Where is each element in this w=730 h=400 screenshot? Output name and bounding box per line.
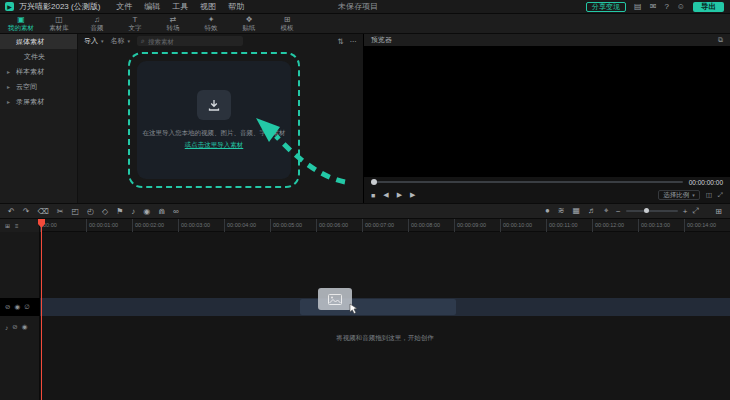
more-icon[interactable]: ⋯ [350,37,358,46]
tab-my-media[interactable]: ▣ 我的素材 [2,14,40,33]
mixer-icon[interactable]: ≋ [558,206,565,216]
crop-icon[interactable]: ◰ [71,207,79,216]
video-track-header: ⊘◉∅ [0,298,40,316]
chevron-down-icon: ▾ [128,38,131,44]
ruler-scale[interactable]: 00:0000:00:01:0000:00:02:0000:00:03:0000… [40,219,730,232]
project-status: 未保存项目 [338,1,378,12]
workspace-icon[interactable]: ▤ [634,2,642,12]
track-view-icon[interactable]: ⊞ [715,207,722,216]
tab-audio[interactable]: ♫ 音频 [78,14,116,33]
audio-sync-icon[interactable]: ♬ [588,206,596,216]
snapshot-icon[interactable]: ◫ [706,191,712,199]
voiceover-icon[interactable]: ♪ [131,207,135,216]
sidebar-item-media[interactable]: 媒体素材 [0,34,77,49]
tab-stickers[interactable]: ❖ 贴纸 [230,14,268,33]
sort-label: 名称 [111,36,125,46]
playhead-line[interactable] [41,219,42,400]
undo-icon[interactable]: ↶ [8,207,15,216]
import-dropzone[interactable]: 在这里导入您本地的视频、图片、音频、字幕素材 或点击这里导入素材 [128,52,300,188]
menu-item[interactable]: 帮助 [228,1,244,12]
media-tree-sidebar: 媒体素材 文件夹 ▸ 样本素材 ▸ 云空间 ▸ 录屏素材 [0,34,78,203]
export-button[interactable]: 导出 [693,2,724,12]
fullscreen-icon[interactable]: ⤢ [718,191,723,199]
menu-item[interactable]: 工具 [172,1,188,12]
audio-lock-icon[interactable]: ⊘ [12,323,17,331]
track-eye-icon[interactable]: ◉ [14,303,20,311]
timeline-ruler[interactable]: ⊞≡ 00:0000:00:01:0000:00:02:0000:00:03:0… [0,219,730,232]
stop-icon[interactable]: ■ [371,192,375,199]
marker-icon[interactable]: ⚑ [116,207,123,216]
render-icon[interactable]: ▦ [573,206,581,216]
dropzone-import-link[interactable]: 或点击这里导入素材 [185,141,244,150]
tab-label: 我的素材 [8,25,34,32]
toolbar-mid-group: ●≋▦♬⌖ [545,206,609,216]
manage-tracks-icon[interactable]: ⊞ [5,222,10,229]
tab-templates[interactable]: ⊞ 模板 [268,14,306,33]
app-logo-icon: ▶ [5,2,14,11]
audio-level-icon[interactable]: ◉ [22,323,28,331]
zoom-slider[interactable] [626,210,678,212]
play-icon[interactable]: ▶ [397,191,402,199]
delete-icon[interactable]: ⌫ [37,207,48,216]
help-icon[interactable]: ? [664,2,668,12]
caret-icon: ▸ [7,98,13,105]
ratio-dropdown[interactable]: 选择比例 ▾ [658,190,700,200]
message-icon[interactable]: ✉ [650,2,657,12]
filter-icon[interactable]: ⇅ [337,37,343,46]
target-icon[interactable]: ⌖ [604,206,609,216]
menu-item[interactable]: 编辑 [144,1,160,12]
track-mute-icon[interactable]: ∅ [24,303,30,311]
menu-item[interactable]: 视图 [200,1,216,12]
seek-bar[interactable] [371,181,683,183]
ruler-label: 00:00:07:00 [362,219,408,232]
tab-transitions[interactable]: ⇄ 转场 [154,14,192,33]
snapshot-frame-icon[interactable]: ◉ [143,207,150,216]
sidebar-item-folder[interactable]: 文件夹 [0,49,77,64]
track-lock-icon[interactable]: ⊘ [5,303,10,311]
sidebar-item-label: 录屏素材 [16,97,44,107]
record-icon[interactable]: ● [545,206,550,216]
split-icon[interactable]: ✂ [57,207,64,216]
search-input[interactable] [148,38,232,45]
import-button[interactable] [197,90,231,120]
video-track-lane[interactable] [40,298,730,316]
ruler-label: 00:00:04:00 [224,219,270,232]
caret-icon: ▸ [7,83,13,90]
ruler-label: 00:00:10:00 [500,219,546,232]
sidebar-item-cloud[interactable]: ▸ 云空间 [0,79,77,94]
zoom-out-icon[interactable]: − [616,207,621,216]
redo-icon[interactable]: ↷ [23,207,30,216]
sort-dropdown[interactable]: 名称 ▾ [111,36,131,46]
tab-stock[interactable]: ◫ 素材库 [40,14,78,33]
ruler-label: 00:00:09:00 [454,219,500,232]
next-frame-icon[interactable]: ▶ [410,191,415,199]
detach-preview-icon[interactable]: ⧉ [718,36,723,44]
menu-item[interactable]: 文件 [116,1,132,12]
seek-handle[interactable] [371,179,377,185]
user-avatar-icon[interactable]: ☺ [677,2,685,12]
drag-ghost [318,288,358,315]
preview-panel: 预览器 ⧉ 00:00:00:00 ■◀▶▶ 选择比例 ▾ ◫⤢ [363,34,730,203]
image-icon [328,294,342,305]
track-menu-icon[interactable]: ≡ [15,223,19,229]
sidebar-item-samples[interactable]: ▸ 样本素材 [0,64,77,79]
prev-frame-icon[interactable]: ◀ [383,191,388,199]
zoom-in-icon[interactable]: + [683,207,688,216]
toolbar-left-group: ↶↷⌫✂◰◴◇⚑♪◉⋒∞ [8,207,179,216]
fit-timeline-icon[interactable]: ⤢ [692,206,698,216]
keyframe-icon[interactable]: ◇ [102,207,108,216]
tab-text[interactable]: T 文字 [116,14,154,33]
magnet-icon[interactable]: ⋒ [158,207,165,216]
timeline-toolbar: ↶↷⌫✂◰◴◇⚑♪◉⋒∞ ●≋▦♬⌖ − + ⤢ ⊞ [0,203,730,219]
tab-effects[interactable]: ✦ 特效 [192,14,230,33]
promo-button[interactable]: 分享变现 [586,2,626,12]
speed-icon[interactable]: ◴ [87,207,94,216]
audio-mute-icon[interactable]: ♪ [5,324,8,331]
zoom-controls: − + ⤢ [616,206,699,216]
zoom-slider-knob[interactable] [644,208,649,213]
import-dropdown[interactable]: 导入 ▾ [84,36,104,46]
sidebar-item-screen-rec[interactable]: ▸ 录屏素材 [0,94,77,109]
app-window: ▶ 万兴喵影2023 (公测版) 文件编辑工具视图帮助 未保存项目 分享变现 ▤… [0,0,730,400]
ruler-label: 00:00:02:00 [132,219,178,232]
link-clips-icon[interactable]: ∞ [173,207,179,216]
